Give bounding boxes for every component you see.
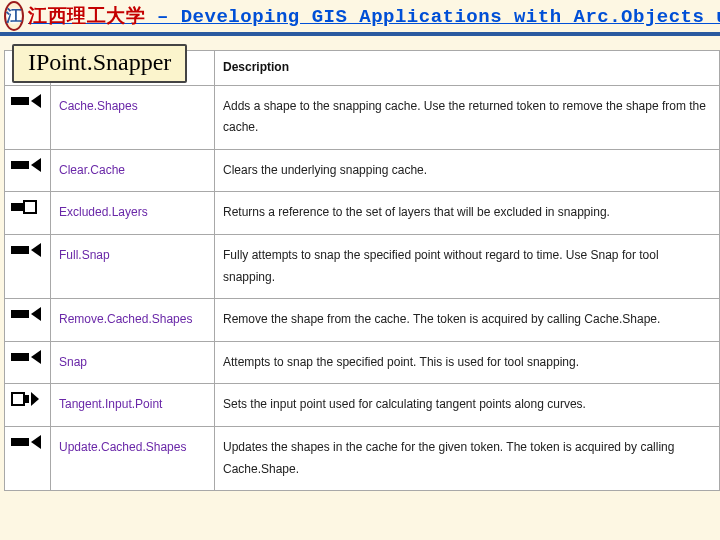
propput-icon <box>11 392 41 406</box>
method-icon <box>11 243 41 257</box>
method-icon <box>11 435 41 449</box>
member-name-cell: Update.Cached.Shapes <box>51 426 215 490</box>
member-name-cell: Snap <box>51 341 215 384</box>
member-type-icon-cell <box>5 192 51 235</box>
member-name-cell: Cache.Shapes <box>51 85 215 149</box>
member-type-icon-cell <box>5 85 51 149</box>
interface-name-badge: IPoint.Snapper <box>12 44 187 83</box>
member-name-link[interactable]: Snap <box>59 355 87 369</box>
title-dash: – <box>145 6 181 28</box>
table-row: Clear.CacheClears the underlying snappin… <box>5 149 720 192</box>
title-en: Developing GIS Applications with Arc.Obj… <box>181 6 720 28</box>
propget-icon <box>11 200 41 214</box>
table-row: Update.Cached.ShapesUpdates the shapes i… <box>5 426 720 490</box>
member-type-icon-cell <box>5 149 51 192</box>
member-name-cell: Remove.Cached.Shapes <box>51 299 215 342</box>
members-table-wrap: Description Cache.ShapesAdds a shape to … <box>4 50 720 491</box>
member-description: Clears the underlying snapping cache. <box>215 149 720 192</box>
table-row: Remove.Cached.ShapesRemove the shape fro… <box>5 299 720 342</box>
member-name-link[interactable]: Full.Snap <box>59 248 110 262</box>
table-row: SnapAttempts to snap the specified point… <box>5 341 720 384</box>
university-logo-icon: 江 <box>4 1 24 31</box>
member-type-icon-cell <box>5 341 51 384</box>
table-row: Cache.ShapesAdds a shape to the snapping… <box>5 85 720 149</box>
member-description: Updates the shapes in the cache for the … <box>215 426 720 490</box>
member-description: Sets the input point used for calculatin… <box>215 384 720 427</box>
method-icon <box>11 158 41 172</box>
method-icon <box>11 307 41 321</box>
member-description: Remove the shape from the cache. The tok… <box>215 299 720 342</box>
page-header: 江 江西理工大学 – Developing GIS Applications w… <box>0 0 720 36</box>
member-description: Adds a shape to the snapping cache. Use … <box>215 85 720 149</box>
member-name-link[interactable]: Update.Cached.Shapes <box>59 440 186 454</box>
member-name-cell: Clear.Cache <box>51 149 215 192</box>
col-desc-header: Description <box>215 51 720 86</box>
title-cn: 江西理工大学 <box>28 6 145 28</box>
member-type-icon-cell <box>5 426 51 490</box>
member-type-icon-cell <box>5 234 51 298</box>
method-icon <box>11 350 41 364</box>
member-name-link[interactable]: Tangent.Input.Point <box>59 397 162 411</box>
member-description: Returns a reference to the set of layers… <box>215 192 720 235</box>
table-row: Full.SnapFully attempts to snap the spec… <box>5 234 720 298</box>
page-title: 江西理工大学 – Developing GIS Applications wit… <box>28 3 720 29</box>
member-name-link[interactable]: Cache.Shapes <box>59 99 138 113</box>
member-description: Fully attempts to snap the specified poi… <box>215 234 720 298</box>
method-icon <box>11 94 41 108</box>
member-name-link[interactable]: Remove.Cached.Shapes <box>59 312 192 326</box>
member-name-cell: Excluded.Layers <box>51 192 215 235</box>
member-name-link[interactable]: Excluded.Layers <box>59 205 148 219</box>
member-name-link[interactable]: Clear.Cache <box>59 163 125 177</box>
member-description: Attempts to snap the specified point. Th… <box>215 341 720 384</box>
member-name-cell: Full.Snap <box>51 234 215 298</box>
member-type-icon-cell <box>5 299 51 342</box>
table-row: Tangent.Input.PointSets the input point … <box>5 384 720 427</box>
member-name-cell: Tangent.Input.Point <box>51 384 215 427</box>
table-row: Excluded.LayersReturns a reference to th… <box>5 192 720 235</box>
member-type-icon-cell <box>5 384 51 427</box>
members-table: Description Cache.ShapesAdds a shape to … <box>4 50 720 491</box>
logo-letter: 江 <box>6 6 22 27</box>
